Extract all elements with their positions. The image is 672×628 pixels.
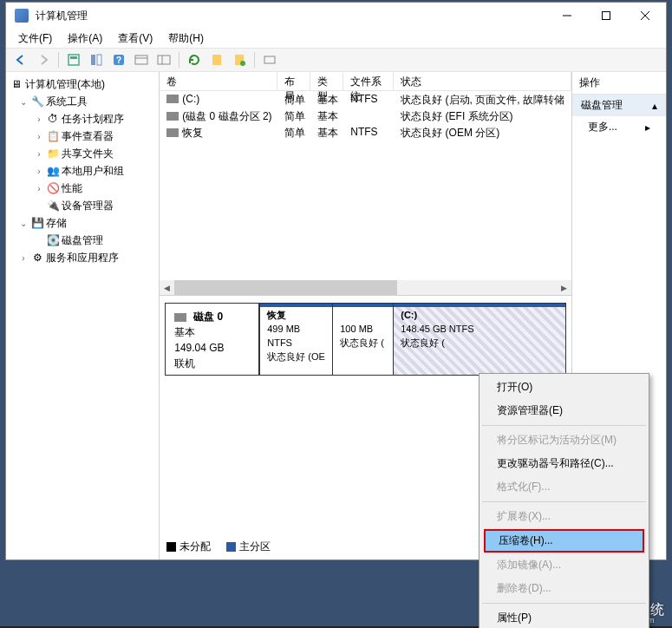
actions-diskmgmt[interactable]: 磁盘管理▴ bbox=[572, 95, 666, 116]
scroll-left-icon[interactable]: ◀ bbox=[160, 280, 174, 295]
refresh-icon[interactable] bbox=[185, 50, 204, 69]
col-type[interactable]: 类型 bbox=[310, 72, 343, 90]
tree-system-tools[interactable]: ⌄🔧系统工具 bbox=[8, 93, 157, 110]
svg-text:?: ? bbox=[116, 56, 121, 65]
help-icon[interactable]: ? bbox=[109, 50, 128, 69]
col-volume[interactable]: 卷 bbox=[160, 72, 277, 90]
expand-icon[interactable]: › bbox=[34, 167, 44, 176]
legend: 未分配 主分区 bbox=[166, 540, 271, 554]
separator bbox=[482, 603, 646, 604]
volume-list[interactable]: 卷 布局 类型 文件系统 状态 (C:) 简单 基本 NTFS 状态良好 (启动… bbox=[160, 72, 571, 296]
col-status[interactable]: 状态 bbox=[394, 72, 571, 90]
partition-recovery[interactable]: 恢复 499 MB NTFS 状态良好 (OE bbox=[259, 304, 332, 375]
log-icon: 📋 bbox=[46, 129, 60, 143]
forward-button[interactable] bbox=[34, 50, 53, 69]
expand-icon[interactable]: › bbox=[18, 253, 29, 263]
disk-row[interactable]: 磁盘 0 基本 149.04 GB 联机 恢复 499 MB NTFS 状态良好… bbox=[165, 303, 566, 376]
scroll-right-icon[interactable]: ▶ bbox=[557, 280, 571, 295]
cm-change-letter[interactable]: 更改驱动器号和路径(C)... bbox=[481, 452, 647, 475]
app-icon bbox=[15, 9, 29, 23]
toolbar-icon-5[interactable] bbox=[207, 50, 226, 69]
close-button[interactable] bbox=[625, 3, 664, 28]
toolbar-icon-4[interactable] bbox=[154, 50, 173, 69]
cm-mark-active: 将分区标记为活动分区(M) bbox=[481, 428, 647, 452]
col-layout[interactable]: 布局 bbox=[277, 72, 310, 90]
cm-extend: 扩展卷(X)... bbox=[481, 505, 647, 528]
collapse-icon[interactable]: ⌄ bbox=[18, 219, 29, 228]
minimize-button[interactable] bbox=[547, 3, 586, 28]
volume-row[interactable]: (C:) 简单 基本 NTFS 状态良好 (启动, 页面文件, 故障转储 bbox=[160, 91, 571, 108]
toolbar: ? bbox=[6, 48, 666, 72]
folder-icon: 📁 bbox=[46, 147, 60, 160]
expand-icon[interactable]: › bbox=[34, 149, 44, 159]
expand-icon[interactable]: › bbox=[34, 132, 44, 141]
toolbar-icon-7[interactable] bbox=[260, 50, 279, 69]
cm-explorer[interactable]: 资源管理器(E) bbox=[481, 399, 647, 422]
cm-open[interactable]: 打开(O) bbox=[481, 376, 647, 399]
disk-label[interactable]: 磁盘 0 基本 149.04 GB 联机 bbox=[166, 304, 259, 375]
toolbar-icon-1[interactable] bbox=[64, 50, 83, 69]
expand-icon[interactable]: › bbox=[34, 184, 44, 193]
horizontal-scrollbar[interactable]: ◀ ▶ bbox=[160, 280, 571, 295]
menu-action[interactable]: 操作(A) bbox=[61, 29, 109, 48]
clock-icon: ⏱ bbox=[46, 112, 60, 126]
device-icon: 🔌 bbox=[46, 199, 60, 213]
tree-root[interactable]: 🖥计算机管理(本地) bbox=[8, 75, 157, 93]
toolbar-icon-6[interactable] bbox=[230, 50, 249, 69]
menu-view[interactable]: 查看(V) bbox=[111, 29, 160, 48]
tree-perf[interactable]: ›🚫性能 bbox=[8, 180, 157, 197]
svg-rect-1 bbox=[602, 12, 610, 20]
svg-rect-4 bbox=[69, 55, 79, 65]
tree-pane[interactable]: 🖥计算机管理(本地) ⌄🔧系统工具 ›⏱任务计划程序 ›📋事件查看器 ›📁共享文… bbox=[6, 72, 160, 559]
separator bbox=[482, 425, 646, 426]
col-fs[interactable]: 文件系统 bbox=[343, 72, 394, 90]
menu-file[interactable]: 文件(F) bbox=[11, 29, 59, 48]
svg-rect-17 bbox=[264, 56, 275, 63]
svg-rect-7 bbox=[97, 55, 101, 65]
toolbar-icon-2[interactable] bbox=[87, 50, 106, 69]
tree-shared[interactable]: ›📁共享文件夹 bbox=[8, 145, 157, 162]
svg-rect-14 bbox=[212, 55, 221, 65]
volume-row[interactable]: (磁盘 0 磁盘分区 2) 简单 基本 状态良好 (EFI 系统分区) bbox=[160, 108, 571, 124]
cm-mirror: 添加镜像(A)... bbox=[481, 553, 647, 577]
svg-rect-6 bbox=[91, 55, 95, 65]
maximize-button[interactable] bbox=[586, 3, 625, 28]
actions-header: 操作 bbox=[572, 72, 666, 95]
caret-right-icon: ▸ bbox=[645, 121, 650, 134]
svg-rect-12 bbox=[158, 56, 170, 64]
svg-rect-10 bbox=[135, 56, 147, 64]
tree-scheduler[interactable]: ›⏱任务计划程序 bbox=[8, 110, 157, 128]
actions-more[interactable]: 更多...▸ bbox=[572, 116, 666, 138]
caret-up-icon: ▴ bbox=[652, 100, 657, 112]
tree-users[interactable]: ›👥本地用户和组 bbox=[8, 162, 157, 180]
volume-header: 卷 布局 类型 文件系统 状态 bbox=[160, 72, 571, 91]
context-menu: 打开(O) 资源管理器(E) 将分区标记为活动分区(M) 更改驱动器号和路径(C… bbox=[479, 373, 649, 628]
cm-format: 格式化(F)... bbox=[481, 475, 647, 499]
cm-delete: 删除卷(D)... bbox=[481, 577, 647, 600]
toolbar-icon-3[interactable] bbox=[132, 50, 151, 69]
tree-services[interactable]: ›⚙服务和应用程序 bbox=[8, 249, 157, 266]
cm-shrink[interactable]: 压缩卷(H)... bbox=[484, 529, 644, 553]
titlebar[interactable]: 计算机管理 bbox=[6, 3, 666, 29]
users-icon: 👥 bbox=[46, 164, 60, 178]
tree-devmgr[interactable]: 🔌设备管理器 bbox=[8, 197, 157, 214]
separator bbox=[482, 501, 646, 502]
tree-storage[interactable]: ⌄💾存储 bbox=[8, 214, 157, 232]
partition-c[interactable]: (C:) 148.45 GB NTFS 状态良好 ( bbox=[393, 304, 565, 375]
menu-help[interactable]: 帮助(H) bbox=[161, 29, 211, 48]
cm-properties[interactable]: 属性(P) bbox=[481, 606, 647, 628]
svg-rect-5 bbox=[70, 56, 77, 59]
menubar: 文件(F) 操作(A) 查看(V) 帮助(H) bbox=[6, 29, 666, 48]
storage-icon: 💾 bbox=[30, 216, 44, 230]
collapse-icon[interactable]: ⌄ bbox=[18, 97, 29, 107]
computer-icon: 🖥 bbox=[10, 77, 23, 91]
disk-icon bbox=[174, 313, 186, 322]
services-icon: ⚙ bbox=[30, 251, 44, 265]
scrollbar-thumb[interactable] bbox=[174, 280, 396, 295]
volume-row[interactable]: 恢复 简单 基本 NTFS 状态良好 (OEM 分区) bbox=[160, 124, 571, 141]
tree-diskmgmt[interactable]: 💽磁盘管理 bbox=[8, 232, 157, 249]
tree-event-viewer[interactable]: ›📋事件查看器 bbox=[8, 128, 157, 145]
expand-icon[interactable]: › bbox=[34, 114, 44, 124]
back-button[interactable] bbox=[11, 50, 30, 69]
partition-efi[interactable]: 100 MB 状态良好 ( bbox=[332, 304, 393, 375]
